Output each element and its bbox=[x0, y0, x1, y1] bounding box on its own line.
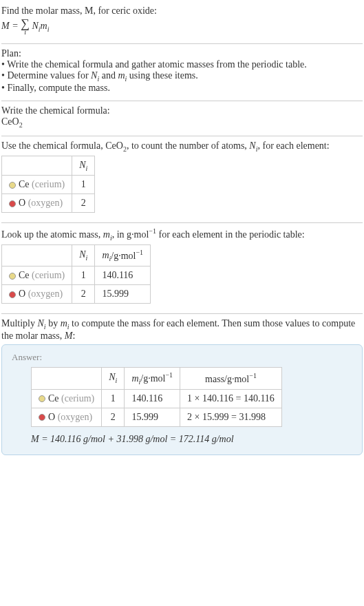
plan-b2-pre: • Determine values for bbox=[1, 70, 91, 81]
mass-cell: 2 × 15.999 = 31.998 bbox=[180, 408, 282, 426]
mi-cell: 140.116 bbox=[95, 267, 151, 285]
compute-mid1: by bbox=[46, 318, 61, 328]
count-table: Ni Ce (cerium) 1 O (oxygen) 2 bbox=[1, 156, 95, 213]
ni-cell: 1 bbox=[72, 267, 95, 285]
element-symbol: O bbox=[19, 198, 25, 208]
element-dot-icon bbox=[9, 291, 16, 298]
compute-post: : bbox=[72, 331, 75, 341]
table-row: Ce (cerium) 1 bbox=[2, 176, 95, 194]
element-cell: O (oxygen) bbox=[2, 194, 72, 213]
header-mi-pre: m bbox=[131, 373, 138, 384]
count-post: , for each element: bbox=[257, 140, 329, 151]
table-header-row: Ni bbox=[2, 156, 95, 176]
header-mass-text: mass/g·mol bbox=[205, 374, 249, 384]
header-blank bbox=[2, 244, 72, 266]
ni-cell: 2 bbox=[72, 285, 95, 304]
divider bbox=[1, 222, 363, 223]
header-ni-text: N bbox=[79, 160, 85, 170]
divider bbox=[1, 313, 363, 314]
intro-formula: M = ∑i Nimi bbox=[1, 17, 363, 36]
plan-section: Plan: • Write the chemical formula and g… bbox=[1, 45, 363, 99]
element-cell: Ce (cerium) bbox=[2, 176, 72, 194]
element-cell: O (oxygen) bbox=[2, 285, 72, 304]
mass-section: Look up the atomic mass, mi, in g·mol−1 … bbox=[1, 224, 363, 312]
answer-final: M = 140.116 g/mol + 31.998 g/mol = 172.1… bbox=[31, 434, 352, 445]
element-name: (oxygen) bbox=[28, 198, 63, 208]
intro-text: Find the molar mass, M, for ceric oxide: bbox=[1, 6, 157, 16]
table-header-row: Ni mi/g·mol−1 mass/g·mol−1 bbox=[32, 368, 282, 389]
element-cell: Ce (cerium) bbox=[2, 267, 72, 285]
header-ni: Ni bbox=[102, 368, 125, 389]
header-mi: mi/g·mol−1 bbox=[125, 368, 180, 389]
answer-table: Ni mi/g·mol−1 mass/g·mol−1 Ce (cerium) 1… bbox=[31, 367, 282, 426]
count-pre: Use the chemical formula, CeO bbox=[1, 140, 123, 151]
element-cell: Ce (cerium) bbox=[32, 389, 102, 408]
header-blank bbox=[2, 156, 72, 176]
header-ni-text: N bbox=[79, 249, 85, 260]
header-mi-unit: /g·mol bbox=[140, 373, 165, 384]
mi-cell: 15.999 bbox=[125, 408, 180, 426]
count-mid: , to count the number of atoms, bbox=[127, 140, 249, 151]
compute-text: Multiply Ni by mi to compute the mass fo… bbox=[1, 318, 363, 342]
sigma-symbol: ∑i bbox=[21, 18, 30, 35]
element-dot-icon bbox=[39, 414, 45, 421]
element-dot-icon bbox=[9, 200, 16, 207]
element-name: (cerium) bbox=[61, 393, 94, 404]
table-row: Ce (cerium) 1 140.116 bbox=[2, 267, 151, 285]
compute-section: Multiply Ni by mi to compute the mass fo… bbox=[1, 315, 363, 460]
element-symbol: Ce bbox=[19, 270, 30, 280]
ni-cell: 1 bbox=[72, 176, 95, 194]
table-row: O (oxygen) 2 15.999 bbox=[2, 285, 151, 304]
mass-mid: , in g·mol bbox=[112, 229, 149, 240]
chemical-formula: CeO2 bbox=[1, 116, 363, 129]
ni-cell: 2 bbox=[102, 408, 125, 426]
header-mass-sup: −1 bbox=[249, 372, 257, 379]
plan-heading: Plan: bbox=[1, 48, 363, 59]
plan-bullet-1: • Write the chemical formula and gather … bbox=[1, 59, 363, 70]
table-row: Ce (cerium) 1 140.116 1 × 140.116 = 140.… bbox=[32, 389, 282, 408]
mass-cell: 1 × 140.116 = 140.116 bbox=[180, 389, 282, 408]
header-mi-sup: −1 bbox=[165, 371, 173, 379]
element-dot-icon bbox=[9, 182, 16, 189]
element-dot-icon bbox=[39, 395, 45, 402]
intro-section: Find the molar mass, M, for ceric oxide:… bbox=[1, 3, 363, 42]
element-cell: O (oxygen) bbox=[32, 408, 102, 426]
mi-cell: 15.999 bbox=[95, 285, 151, 304]
divider bbox=[1, 43, 363, 44]
write-formula-section: Write the chemical formula: CeO2 bbox=[1, 103, 363, 134]
element-symbol: Ce bbox=[48, 393, 59, 404]
header-ni-text: N bbox=[109, 372, 115, 382]
mass-pre: Look up the atomic mass, bbox=[1, 229, 103, 240]
plan-b2-mid: and bbox=[99, 70, 118, 81]
write-formula-heading: Write the chemical formula: bbox=[1, 105, 363, 116]
header-blank bbox=[32, 368, 102, 389]
answer-label: Answer: bbox=[12, 352, 352, 363]
header-mi-unit: /g·mol bbox=[111, 250, 136, 260]
formula-main: CeO bbox=[1, 116, 19, 127]
formula-lhs: M = bbox=[1, 21, 21, 31]
element-symbol: Ce bbox=[19, 179, 30, 189]
table-header-row: Ni mi/g·mol−1 bbox=[2, 244, 151, 266]
element-name: (cerium) bbox=[32, 270, 65, 280]
formula-rhs: Nimi bbox=[32, 21, 49, 31]
plan-bullet-2: • Determine values for Ni and mi using t… bbox=[1, 70, 363, 83]
mi-cell: 140.116 bbox=[125, 389, 180, 408]
header-mi: mi/g·mol−1 bbox=[95, 244, 151, 266]
element-name: (oxygen) bbox=[28, 289, 63, 299]
answer-box: Answer: Ni mi/g·mol−1 mass/g·mol−1 Ce (c… bbox=[1, 344, 363, 454]
header-mi-sup: −1 bbox=[136, 249, 143, 256]
formula-sub: 2 bbox=[19, 121, 23, 129]
intro-line1: Find the molar mass, M, for ceric oxide: bbox=[1, 6, 363, 17]
plan-b2-post: using these items. bbox=[127, 70, 197, 81]
header-mass: mass/g·mol−1 bbox=[180, 368, 282, 389]
table-row: O (oxygen) 2 bbox=[2, 194, 95, 213]
element-symbol: O bbox=[48, 412, 55, 422]
mass-sup: −1 bbox=[149, 227, 156, 235]
plan-bullet-3: • Finally, compute the mass. bbox=[1, 83, 363, 94]
element-name: (cerium) bbox=[32, 179, 65, 189]
mass-table: Ni mi/g·mol−1 Ce (cerium) 1 140.116 O (o… bbox=[1, 244, 151, 304]
ni-cell: 2 bbox=[72, 194, 95, 213]
count-section: Use the chemical formula, CeO2, to count… bbox=[1, 138, 363, 222]
ni-cell: 1 bbox=[102, 389, 125, 408]
count-text: Use the chemical formula, CeO2, to count… bbox=[1, 140, 363, 153]
